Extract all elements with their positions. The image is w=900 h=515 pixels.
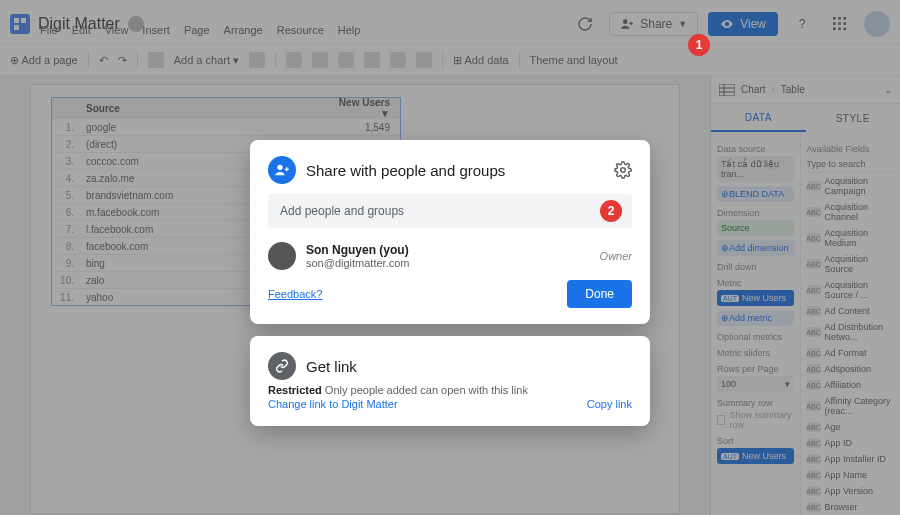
owner-avatar — [268, 242, 296, 270]
people-icon — [268, 156, 296, 184]
get-link-title: Get link — [306, 358, 632, 375]
feedback-link[interactable]: Feedback? — [268, 288, 322, 300]
share-dialog-title: Share with people and groups — [306, 162, 604, 179]
svg-point-17 — [277, 165, 282, 170]
annotation-1: 1 — [688, 34, 710, 56]
annotation-2: 2 — [600, 200, 622, 222]
restricted-label: Restricted — [268, 384, 322, 396]
done-button[interactable]: Done — [567, 280, 632, 308]
svg-point-18 — [621, 168, 626, 173]
add-people-placeholder: Add people and groups — [280, 204, 404, 218]
add-people-input[interactable]: Add people and groups 2 — [268, 194, 632, 228]
owner-email: son@digitmatter.com — [306, 257, 410, 269]
restricted-text: Only people added can open with this lin… — [322, 384, 528, 396]
link-icon — [268, 352, 296, 380]
share-dialog: Share with people and groups Add people … — [250, 140, 650, 324]
owner-role: Owner — [600, 250, 632, 262]
owner-name: Son Nguyen (you) — [306, 243, 410, 257]
copy-link-button[interactable]: Copy link — [587, 398, 632, 410]
get-link-card: Get link Restricted Only people added ca… — [250, 336, 650, 426]
gear-icon[interactable] — [614, 161, 632, 179]
change-link[interactable]: Change link to Digit Matter — [268, 398, 398, 410]
